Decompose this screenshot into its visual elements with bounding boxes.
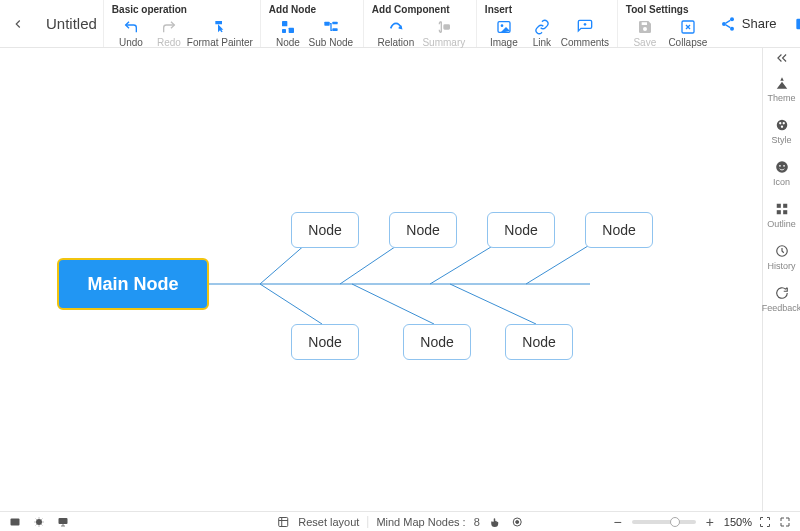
share-label: Share: [742, 16, 777, 31]
main-node[interactable]: Main Node: [57, 258, 209, 310]
zoom-value: 150%: [724, 516, 752, 528]
canvas[interactable]: Main Node Node Node Node Node Node Node …: [0, 48, 762, 511]
right-icon-label: Icon: [773, 177, 790, 187]
right-style-button[interactable]: Style: [763, 110, 800, 152]
undo-label: Undo: [119, 37, 143, 48]
add-subnode-label: Sub Node: [309, 37, 353, 48]
share-icon: [720, 16, 736, 32]
format-painter-icon: [211, 18, 229, 36]
title-area: Untitled: [0, 0, 103, 47]
undo-icon: [122, 18, 140, 36]
group-tool-settings-buttons: Save Collapse: [626, 17, 712, 48]
right-style-label: Style: [771, 135, 791, 145]
fullscreen-icon[interactable]: [778, 515, 792, 529]
zoom-out-button[interactable]: −: [609, 514, 625, 530]
child-node[interactable]: Node: [585, 212, 653, 248]
relation-button[interactable]: Relation: [372, 17, 420, 48]
right-history-button[interactable]: History: [763, 236, 800, 278]
view-mode-icon-1[interactable]: [8, 515, 22, 529]
group-tool-settings-title: Tool Settings: [626, 4, 712, 17]
toolbar-groups: Basic operation Undo Redo Format Painter…: [103, 0, 720, 47]
theme-icon: [774, 75, 790, 91]
add-node-button[interactable]: Node: [269, 17, 307, 48]
redo-button[interactable]: Redo: [150, 17, 188, 48]
share-button[interactable]: Share: [720, 16, 777, 32]
summary-icon: [435, 18, 453, 36]
chevron-left-icon: [11, 17, 25, 31]
document-title[interactable]: Untitled: [46, 15, 97, 32]
svg-point-34: [36, 519, 42, 525]
chevron-double-left-icon: [775, 51, 789, 65]
reset-layout-button[interactable]: Reset layout: [298, 516, 359, 528]
export-icon: [795, 16, 800, 32]
child-node[interactable]: Node: [291, 324, 359, 360]
format-painter-button[interactable]: Format Painter: [188, 17, 252, 48]
group-basic-buttons: Undo Redo Format Painter: [112, 17, 252, 48]
insert-comments-button[interactable]: Comments: [561, 17, 609, 48]
hand-tool-icon[interactable]: [488, 515, 502, 529]
insert-image-button[interactable]: Image: [485, 17, 523, 48]
group-add-node-buttons: Node Sub Node: [269, 17, 355, 48]
group-add-component-title: Add Component: [372, 4, 468, 17]
zoom-slider-thumb[interactable]: [670, 517, 680, 527]
child-node[interactable]: Node: [505, 324, 573, 360]
collapse-icon: [679, 18, 697, 36]
relation-icon: [387, 18, 405, 36]
svg-point-17: [776, 161, 788, 173]
add-node-icon: [279, 18, 297, 36]
svg-point-15: [782, 122, 784, 124]
redo-label: Redo: [157, 37, 181, 48]
insert-link-label: Link: [533, 37, 551, 48]
child-node[interactable]: Node: [389, 212, 457, 248]
collapse-button[interactable]: Collapse: [664, 17, 712, 48]
group-tool-settings: Tool Settings Save Collapse: [617, 0, 720, 47]
group-insert-buttons: Image Link Comments: [485, 17, 609, 48]
node-count-value: 8: [474, 516, 480, 528]
svg-rect-1: [289, 28, 294, 33]
right-icon-button[interactable]: Icon: [763, 152, 800, 194]
child-node[interactable]: Node: [487, 212, 555, 248]
summary-button[interactable]: Summary: [420, 17, 468, 48]
status-divider: [367, 516, 368, 528]
right-panel: Theme Style Icon Outline History Feedbac…: [762, 48, 800, 511]
svg-rect-22: [776, 210, 780, 214]
reset-layout-icon[interactable]: [276, 515, 290, 529]
add-subnode-button[interactable]: Sub Node: [307, 17, 355, 48]
right-history-label: History: [767, 261, 795, 271]
right-theme-label: Theme: [767, 93, 795, 103]
child-node[interactable]: Node: [403, 324, 471, 360]
status-left: [0, 515, 70, 529]
presentation-icon[interactable]: [56, 515, 70, 529]
group-basic-title: Basic operation: [112, 4, 252, 17]
svg-point-18: [779, 165, 781, 167]
svg-rect-23: [783, 210, 787, 214]
relation-label: Relation: [378, 37, 415, 48]
insert-link-button[interactable]: Link: [523, 17, 561, 48]
target-icon[interactable]: [510, 515, 524, 529]
svg-point-19: [783, 165, 785, 167]
svg-rect-4: [332, 22, 337, 25]
status-bar: Reset layout Mind Map Nodes : 8 − + 150%: [0, 511, 800, 531]
insert-comments-label: Comments: [561, 37, 609, 48]
redo-icon: [160, 18, 178, 36]
right-theme-button[interactable]: Theme: [763, 68, 800, 110]
right-outline-button[interactable]: Outline: [763, 194, 800, 236]
back-button[interactable]: [8, 14, 28, 34]
save-button[interactable]: Save: [626, 17, 664, 48]
undo-button[interactable]: Undo: [112, 17, 150, 48]
fit-screen-icon[interactable]: [758, 515, 772, 529]
svg-line-30: [260, 284, 322, 324]
zoom-slider[interactable]: [632, 520, 696, 524]
svg-rect-0: [282, 21, 287, 26]
zoom-in-button[interactable]: +: [702, 514, 718, 530]
svg-point-14: [779, 122, 781, 124]
right-feedback-button[interactable]: Feedback: [763, 278, 800, 320]
view-mode-icon-2[interactable]: [32, 515, 46, 529]
insert-image-label: Image: [490, 37, 518, 48]
link-icon: [533, 18, 551, 36]
child-node[interactable]: Node: [291, 212, 359, 248]
group-add-component-buttons: Relation Summary: [372, 17, 468, 48]
export-button[interactable]: Export: [795, 16, 800, 32]
collapse-right-panel-button[interactable]: [763, 48, 800, 68]
svg-rect-33: [11, 518, 20, 525]
